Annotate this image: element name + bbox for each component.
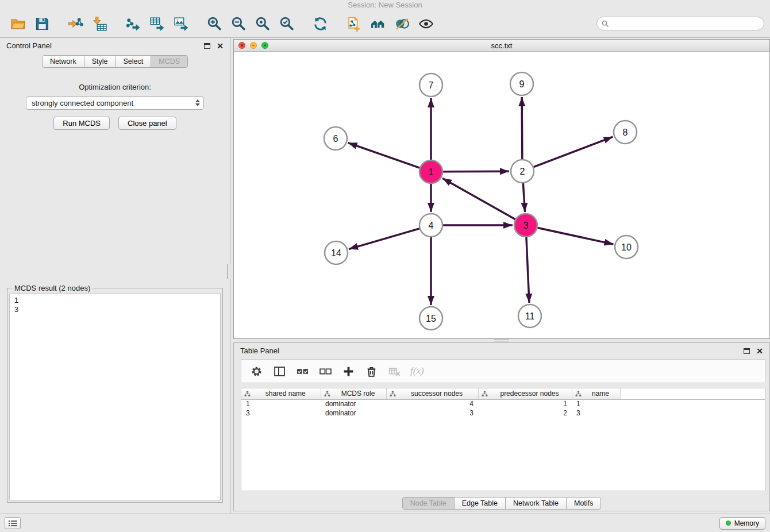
column-header-predecessor-nodes[interactable]: predecessor nodes (478, 388, 572, 399)
table-tab-motifs[interactable]: Motifs (566, 497, 601, 510)
import-network-button[interactable] (63, 12, 87, 35)
graph-edge-2-9[interactable] (522, 97, 522, 159)
table-row[interactable]: 3dominator323 (241, 408, 765, 418)
zoom-out-button[interactable] (226, 12, 251, 35)
graph-node-4[interactable]: 4 (419, 214, 442, 237)
table-cell[interactable]: 1 (241, 399, 321, 408)
mcds-result-line: 3 (14, 305, 215, 314)
graph-node-1[interactable]: 1 (419, 160, 442, 183)
graph-node-14[interactable]: 14 (325, 241, 348, 264)
export-network-icon (125, 16, 141, 32)
graph-node-7[interactable]: 7 (419, 74, 442, 97)
table-tab-node-table[interactable]: Node Table (402, 497, 455, 510)
graph-node-9[interactable]: 9 (510, 72, 533, 95)
delete-table-icon (388, 365, 401, 377)
apply-layout-button[interactable] (308, 12, 332, 35)
graph-edge-2-3[interactable] (523, 183, 525, 212)
table-cell[interactable]: 3 (386, 408, 478, 418)
criterion-select[interactable]: strongly connected component (26, 97, 204, 110)
graph-edge-3-10[interactable] (538, 228, 614, 244)
graph-node-15[interactable]: 15 (419, 307, 442, 330)
table-tab-network-table[interactable]: Network Table (505, 497, 567, 510)
graph-edge-3-1[interactable] (442, 178, 515, 219)
clone-network-button[interactable] (341, 12, 365, 35)
table-cell[interactable]: dominator (321, 399, 386, 408)
first-neighbors-button[interactable] (365, 12, 390, 35)
import-table-button[interactable] (87, 12, 111, 35)
window-zoom-icon[interactable]: + (261, 42, 268, 49)
show-hide-button[interactable] (414, 12, 438, 35)
graph-node-10[interactable]: 10 (615, 236, 638, 259)
graph-node-2[interactable]: 2 (511, 160, 534, 183)
open-session-button[interactable] (6, 12, 30, 35)
tab-network[interactable]: Network (42, 55, 84, 68)
select-all-button[interactable] (292, 361, 313, 381)
window-minimize-icon[interactable]: − (250, 42, 257, 49)
table-cell[interactable]: 3 (241, 408, 321, 418)
tab-mcds[interactable]: MCDS (151, 55, 188, 68)
criterion-select-value: strongly connected component (32, 99, 133, 107)
network-canvas[interactable]: 7968124314101511 (234, 52, 769, 338)
run-mcds-button[interactable]: Run MCDS (53, 117, 110, 130)
close-panel-icon[interactable]: ✕ (217, 43, 224, 49)
export-table-button[interactable] (145, 12, 169, 35)
svg-text:10: 10 (621, 242, 632, 252)
deselect-all-button[interactable] (315, 361, 336, 381)
close-table-panel-icon[interactable]: ✕ (756, 348, 763, 354)
table-cell[interactable]: 3 (572, 408, 620, 418)
search-input[interactable] (613, 20, 759, 28)
table-settings-button[interactable] (246, 361, 267, 381)
close-panel-button[interactable]: Close panel (118, 117, 176, 130)
network-view-window: ✕ − + scc.txt 7968124314101511 (233, 39, 770, 339)
table-cell[interactable]: 4 (386, 399, 478, 408)
zoom-selected-button[interactable] (275, 12, 299, 35)
zoom-fit-button[interactable] (251, 12, 275, 35)
table-cell[interactable]: dominator (321, 408, 386, 418)
function-builder-button[interactable]: f(x) (407, 365, 428, 377)
float-table-panel-icon[interactable] (744, 348, 750, 354)
tab-style[interactable]: Style (84, 55, 116, 68)
column-header-successor-nodes[interactable]: successor nodes (386, 388, 478, 399)
mcds-result-group: MCDS result (2 nodes) 13 (7, 288, 223, 503)
split-panel-button[interactable] (269, 361, 290, 381)
memory-button[interactable]: Memory (719, 517, 765, 530)
column-sort-icon (482, 391, 488, 397)
graph-edge-3-11[interactable] (526, 237, 529, 303)
style-button[interactable] (390, 12, 414, 35)
table-cell[interactable]: 1 (572, 399, 620, 408)
tab-select[interactable]: Select (116, 55, 152, 68)
graph-edge-1-2[interactable] (443, 171, 509, 172)
window-close-icon[interactable]: ✕ (238, 42, 245, 49)
zoom-in-button[interactable] (202, 12, 226, 35)
delete-table-button[interactable] (384, 361, 405, 381)
svg-text:8: 8 (623, 128, 628, 137)
save-session-button[interactable] (30, 12, 54, 35)
column-header-mcds-role[interactable]: MCDS role (321, 388, 386, 399)
mcds-result-text[interactable]: 13 (9, 294, 221, 500)
column-header-name[interactable]: name (572, 388, 620, 399)
export-table-icon (149, 16, 165, 32)
delete-column-button[interactable] (361, 361, 382, 381)
svg-text:4: 4 (429, 221, 434, 230)
table-cell[interactable]: 2 (478, 408, 572, 418)
graph-edge-2-8[interactable] (534, 137, 613, 167)
add-column-button[interactable] (338, 361, 359, 381)
mcds-result-line: 1 (14, 296, 215, 305)
network-graph[interactable]: 7968124314101511 (234, 52, 769, 338)
task-history-button[interactable] (5, 517, 21, 529)
export-image-button[interactable] (169, 12, 193, 35)
column-header-shared-name[interactable]: shared name (241, 388, 321, 399)
graph-edge-1-6[interactable] (348, 143, 419, 168)
graph-node-8[interactable]: 8 (614, 121, 637, 144)
graph-node-11[interactable]: 11 (518, 304, 541, 327)
table-cell[interactable]: 1 (478, 399, 572, 408)
float-panel-icon[interactable] (204, 43, 210, 49)
graph-edge-4-14[interactable] (349, 229, 419, 249)
svg-text:6: 6 (333, 134, 338, 144)
graph-node-3[interactable]: 3 (514, 214, 537, 237)
column-sort-icon (390, 391, 396, 397)
export-network-button[interactable] (121, 12, 145, 35)
graph-node-6[interactable]: 6 (324, 127, 347, 150)
table-tab-edge-table[interactable]: Edge Table (454, 497, 506, 510)
table-row[interactable]: 1dominator411 (241, 399, 765, 408)
